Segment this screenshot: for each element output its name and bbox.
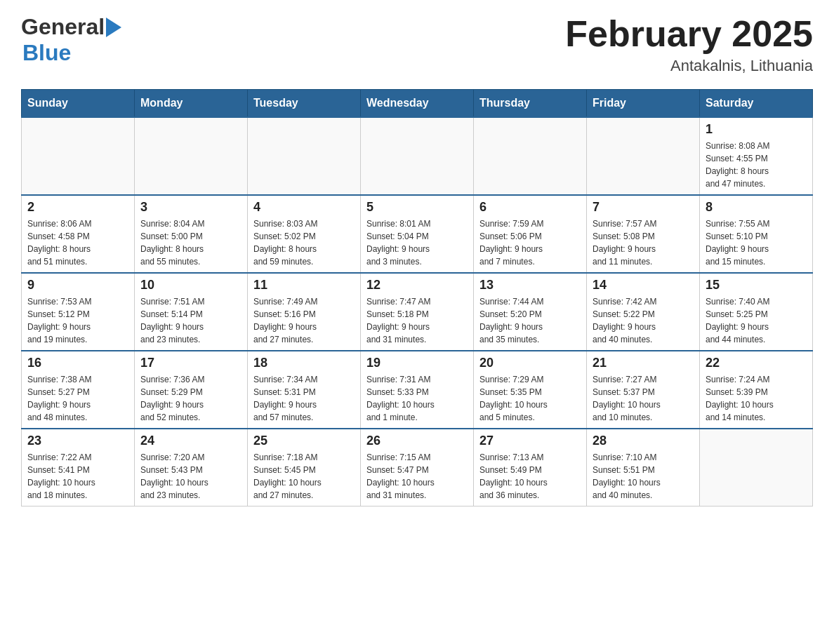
logo-general-text: General bbox=[21, 14, 105, 40]
table-row: 19Sunrise: 7:31 AMSunset: 5:33 PMDayligh… bbox=[361, 351, 474, 429]
day-number: 18 bbox=[253, 356, 355, 370]
table-row: 26Sunrise: 7:15 AMSunset: 5:47 PMDayligh… bbox=[361, 429, 474, 507]
table-row bbox=[248, 117, 361, 195]
day-number: 11 bbox=[253, 278, 355, 293]
day-info: Sunrise: 8:06 AMSunset: 4:58 PMDaylight:… bbox=[27, 217, 128, 268]
day-number: 20 bbox=[479, 356, 581, 370]
day-info: Sunrise: 7:15 AMSunset: 5:47 PMDaylight:… bbox=[366, 451, 468, 502]
calendar-subtitle: Antakalnis, Lithuania bbox=[565, 57, 813, 75]
table-row: 12Sunrise: 7:47 AMSunset: 5:18 PMDayligh… bbox=[361, 273, 474, 351]
day-number: 21 bbox=[593, 356, 694, 370]
col-friday: Friday bbox=[587, 90, 700, 118]
table-row bbox=[22, 117, 135, 195]
svg-marker-0 bbox=[106, 18, 121, 37]
day-info: Sunrise: 7:18 AMSunset: 5:45 PMDaylight:… bbox=[253, 451, 355, 502]
table-row: 22Sunrise: 7:24 AMSunset: 5:39 PMDayligh… bbox=[700, 351, 813, 429]
col-sunday: Sunday bbox=[22, 90, 135, 118]
logo-triangle-icon bbox=[106, 18, 121, 40]
day-number: 9 bbox=[27, 278, 128, 293]
day-info: Sunrise: 7:40 AMSunset: 5:25 PMDaylight:… bbox=[706, 295, 807, 346]
table-row: 6Sunrise: 7:59 AMSunset: 5:06 PMDaylight… bbox=[474, 195, 587, 273]
day-info: Sunrise: 8:04 AMSunset: 5:00 PMDaylight:… bbox=[140, 217, 241, 268]
day-info: Sunrise: 7:29 AMSunset: 5:35 PMDaylight:… bbox=[479, 373, 581, 424]
day-info: Sunrise: 7:44 AMSunset: 5:20 PMDaylight:… bbox=[479, 295, 581, 346]
table-row: 23Sunrise: 7:22 AMSunset: 5:41 PMDayligh… bbox=[22, 429, 135, 507]
day-number: 22 bbox=[706, 356, 807, 370]
col-monday: Monday bbox=[135, 90, 248, 118]
calendar-title: February 2025 bbox=[565, 14, 813, 54]
day-info: Sunrise: 7:24 AMSunset: 5:39 PMDaylight:… bbox=[706, 373, 807, 424]
day-info: Sunrise: 7:36 AMSunset: 5:29 PMDaylight:… bbox=[140, 373, 241, 424]
table-row: 20Sunrise: 7:29 AMSunset: 5:35 PMDayligh… bbox=[474, 351, 587, 429]
table-row: 28Sunrise: 7:10 AMSunset: 5:51 PMDayligh… bbox=[587, 429, 700, 507]
day-number: 4 bbox=[253, 200, 355, 215]
day-info: Sunrise: 7:55 AMSunset: 5:10 PMDaylight:… bbox=[706, 217, 807, 268]
day-info: Sunrise: 7:13 AMSunset: 5:49 PMDaylight:… bbox=[479, 451, 581, 502]
day-number: 27 bbox=[479, 434, 581, 448]
col-tuesday: Tuesday bbox=[248, 90, 361, 118]
page-header: General Blue February 2025 Antakalnis, L… bbox=[21, 14, 813, 75]
table-row: 24Sunrise: 7:20 AMSunset: 5:43 PMDayligh… bbox=[135, 429, 248, 507]
table-row: 15Sunrise: 7:40 AMSunset: 5:25 PMDayligh… bbox=[700, 273, 813, 351]
day-number: 26 bbox=[366, 434, 468, 448]
day-number: 13 bbox=[479, 278, 581, 293]
day-number: 3 bbox=[140, 200, 241, 215]
table-row: 5Sunrise: 8:01 AMSunset: 5:04 PMDaylight… bbox=[361, 195, 474, 273]
logo: General Blue bbox=[21, 14, 121, 66]
table-row bbox=[474, 117, 587, 195]
day-info: Sunrise: 7:27 AMSunset: 5:37 PMDaylight:… bbox=[593, 373, 694, 424]
calendar-week-row: 2Sunrise: 8:06 AMSunset: 4:58 PMDaylight… bbox=[22, 195, 813, 273]
day-info: Sunrise: 7:34 AMSunset: 5:31 PMDaylight:… bbox=[253, 373, 355, 424]
day-number: 6 bbox=[479, 200, 581, 215]
table-row: 16Sunrise: 7:38 AMSunset: 5:27 PMDayligh… bbox=[22, 351, 135, 429]
day-number: 28 bbox=[593, 434, 694, 448]
day-info: Sunrise: 7:10 AMSunset: 5:51 PMDaylight:… bbox=[593, 451, 694, 502]
day-number: 5 bbox=[366, 200, 468, 215]
day-number: 10 bbox=[140, 278, 241, 293]
table-row: 18Sunrise: 7:34 AMSunset: 5:31 PMDayligh… bbox=[248, 351, 361, 429]
day-info: Sunrise: 7:47 AMSunset: 5:18 PMDaylight:… bbox=[366, 295, 468, 346]
table-row: 17Sunrise: 7:36 AMSunset: 5:29 PMDayligh… bbox=[135, 351, 248, 429]
day-number: 24 bbox=[140, 434, 241, 448]
table-row: 25Sunrise: 7:18 AMSunset: 5:45 PMDayligh… bbox=[248, 429, 361, 507]
day-info: Sunrise: 7:31 AMSunset: 5:33 PMDaylight:… bbox=[366, 373, 468, 424]
table-row: 27Sunrise: 7:13 AMSunset: 5:49 PMDayligh… bbox=[474, 429, 587, 507]
logo-blue-text: Blue bbox=[22, 40, 71, 65]
day-info: Sunrise: 8:01 AMSunset: 5:04 PMDaylight:… bbox=[366, 217, 468, 268]
day-info: Sunrise: 7:51 AMSunset: 5:14 PMDaylight:… bbox=[140, 295, 241, 346]
table-row: 11Sunrise: 7:49 AMSunset: 5:16 PMDayligh… bbox=[248, 273, 361, 351]
day-info: Sunrise: 7:20 AMSunset: 5:43 PMDaylight:… bbox=[140, 451, 241, 502]
day-number: 15 bbox=[706, 278, 807, 293]
day-info: Sunrise: 7:57 AMSunset: 5:08 PMDaylight:… bbox=[593, 217, 694, 268]
title-area: February 2025 Antakalnis, Lithuania bbox=[565, 14, 813, 75]
calendar-week-row: 23Sunrise: 7:22 AMSunset: 5:41 PMDayligh… bbox=[22, 429, 813, 507]
day-info: Sunrise: 8:03 AMSunset: 5:02 PMDaylight:… bbox=[253, 217, 355, 268]
table-row: 21Sunrise: 7:27 AMSunset: 5:37 PMDayligh… bbox=[587, 351, 700, 429]
calendar-header-row: Sunday Monday Tuesday Wednesday Thursday… bbox=[22, 90, 813, 118]
col-saturday: Saturday bbox=[700, 90, 813, 118]
day-info: Sunrise: 7:59 AMSunset: 5:06 PMDaylight:… bbox=[479, 217, 581, 268]
table-row bbox=[700, 429, 813, 507]
table-row: 8Sunrise: 7:55 AMSunset: 5:10 PMDaylight… bbox=[700, 195, 813, 273]
table-row: 14Sunrise: 7:42 AMSunset: 5:22 PMDayligh… bbox=[587, 273, 700, 351]
day-number: 7 bbox=[593, 200, 694, 215]
day-number: 12 bbox=[366, 278, 468, 293]
day-number: 17 bbox=[140, 356, 241, 370]
table-row: 2Sunrise: 8:06 AMSunset: 4:58 PMDaylight… bbox=[22, 195, 135, 273]
table-row bbox=[361, 117, 474, 195]
calendar-week-row: 1Sunrise: 8:08 AMSunset: 4:55 PMDaylight… bbox=[22, 117, 813, 195]
table-row: 9Sunrise: 7:53 AMSunset: 5:12 PMDaylight… bbox=[22, 273, 135, 351]
day-number: 1 bbox=[706, 122, 807, 137]
table-row: 10Sunrise: 7:51 AMSunset: 5:14 PMDayligh… bbox=[135, 273, 248, 351]
day-info: Sunrise: 8:08 AMSunset: 4:55 PMDaylight:… bbox=[706, 140, 807, 190]
table-row: 4Sunrise: 8:03 AMSunset: 5:02 PMDaylight… bbox=[248, 195, 361, 273]
day-info: Sunrise: 7:53 AMSunset: 5:12 PMDaylight:… bbox=[27, 295, 128, 346]
table-row bbox=[587, 117, 700, 195]
day-number: 14 bbox=[593, 278, 694, 293]
table-row: 7Sunrise: 7:57 AMSunset: 5:08 PMDaylight… bbox=[587, 195, 700, 273]
calendar-week-row: 16Sunrise: 7:38 AMSunset: 5:27 PMDayligh… bbox=[22, 351, 813, 429]
table-row: 13Sunrise: 7:44 AMSunset: 5:20 PMDayligh… bbox=[474, 273, 587, 351]
col-wednesday: Wednesday bbox=[361, 90, 474, 118]
day-number: 2 bbox=[27, 200, 128, 215]
day-number: 19 bbox=[366, 356, 468, 370]
